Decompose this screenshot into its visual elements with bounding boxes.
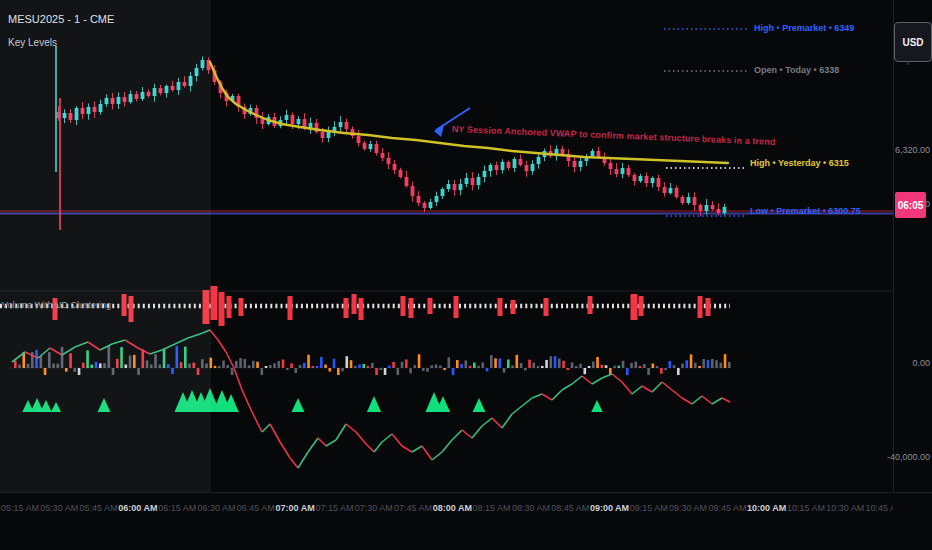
- lower-zero-label: 0.00: [912, 358, 930, 368]
- time-tick-label: 05:15 AM: [1, 503, 39, 513]
- level-label-2: High • Yesterday • 6315: [750, 158, 849, 168]
- chart-legend: MESU2025 - 1 - CME Key Levels: [8, 14, 114, 61]
- lower-indicator-title[interactable]: Volume With UD Clustering: [2, 300, 111, 310]
- time-tick-label: 10:00 AM: [747, 503, 786, 513]
- indicator-legend-key-levels[interactable]: Key Levels: [8, 38, 114, 48]
- time-tick-label: 06:15 AM: [158, 503, 196, 513]
- last-price-tag: 06:05: [895, 192, 926, 218]
- time-tick-label: 07:45 AM: [394, 503, 432, 513]
- time-tick-label: 10:15 AM: [787, 503, 825, 513]
- time-tick-label: 09:00 AM: [590, 503, 629, 513]
- time-tick-label: 05:45 AM: [80, 503, 118, 513]
- time-tick-label: 08:15 AM: [473, 503, 511, 513]
- time-tick-label: 06:30 AM: [197, 503, 235, 513]
- level-label-3: Low • Premarket • 6300.75: [750, 206, 861, 216]
- level-label-0: High • Premarket • 6349: [754, 23, 854, 33]
- trading-app: MESU2025 - 1 - CME Key Levels NY Session…: [0, 0, 932, 550]
- time-tick-label: 07:00 AM: [276, 503, 315, 513]
- time-tick-label: 09:15 AM: [630, 503, 668, 513]
- time-tick-label: 07:15 AM: [315, 503, 353, 513]
- time-tick-label: 06:00 AM: [118, 503, 157, 513]
- time-tick-label: 05:30 AM: [40, 503, 78, 513]
- time-tick-label: 08:00 AM: [433, 503, 472, 513]
- price-scale-caret-icon[interactable]: ^: [906, 60, 910, 69]
- time-tick-label: 08:45 AM: [551, 503, 589, 513]
- lower-min-label: -40,000.00: [887, 452, 930, 462]
- time-tick-label: 07:30 AM: [355, 503, 393, 513]
- time-scale[interactable]: 05:15 AM05:30 AM05:45 AM06:00 AM06:15 AM…: [0, 492, 893, 550]
- symbol-legend[interactable]: MESU2025 - 1 - CME: [8, 14, 114, 25]
- time-tick-label: 09:45 AM: [708, 503, 746, 513]
- price-axis-label: 6,320.00: [895, 145, 930, 155]
- time-tick-label: 09:30 AM: [669, 503, 707, 513]
- time-tick-label: 06:45 AM: [237, 503, 275, 513]
- time-tick-label: 10:30 AM: [826, 503, 864, 513]
- level-label-1: Open • Today • 6338: [754, 65, 839, 75]
- time-tick-label: 08:30 AM: [512, 503, 550, 513]
- currency-usd-button[interactable]: USD: [894, 22, 932, 62]
- price-scale[interactable]: 6,320.006,300.00 0.00 -40,000.00 06:05: [893, 0, 932, 492]
- axis-corner: [893, 492, 932, 550]
